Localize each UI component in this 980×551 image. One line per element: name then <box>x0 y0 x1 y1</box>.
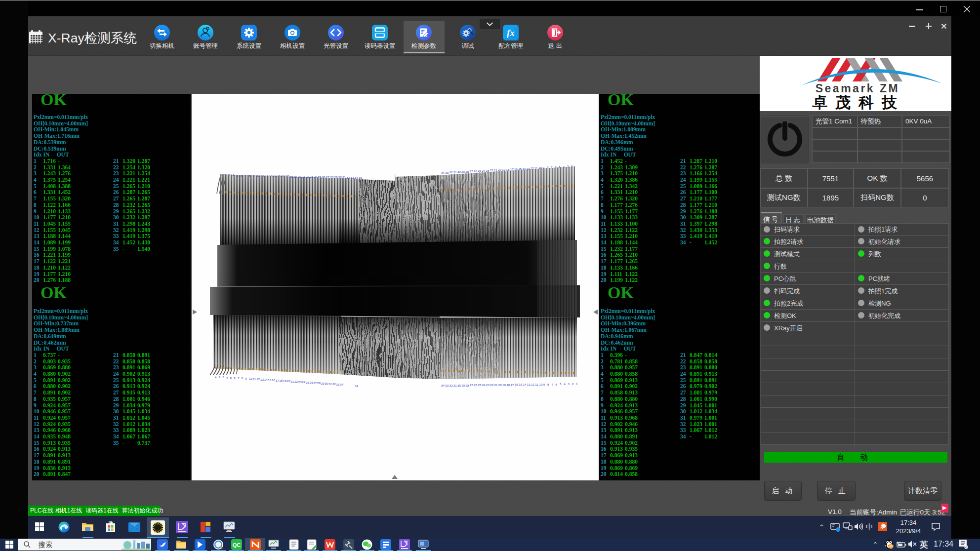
svg-text:4: 4 <box>563 165 565 168</box>
svg-text:Seamark ZM: Seamark ZM <box>816 82 900 95</box>
svg-text:28: 28 <box>330 175 333 179</box>
svg-text:12: 12 <box>265 174 269 178</box>
svg-text:4: 4 <box>233 173 235 177</box>
svg-text:15: 15 <box>268 378 271 382</box>
svg-text:6: 6 <box>234 376 236 379</box>
svg-text:28: 28 <box>317 381 321 385</box>
svg-text:4: 4 <box>564 382 566 386</box>
svg-text:9: 9 <box>543 166 545 169</box>
svg-text:1: 1 <box>220 173 222 177</box>
svg-text:32: 32 <box>449 384 453 387</box>
svg-text:5: 5 <box>560 382 562 386</box>
svg-text:10: 10 <box>249 377 252 380</box>
svg-text:fx: fx <box>507 28 515 38</box>
svg-text:3: 3 <box>222 375 224 379</box>
svg-text:2: 2 <box>224 173 226 177</box>
svg-text:11: 11 <box>534 166 538 170</box>
svg-text:14: 14 <box>522 167 526 170</box>
svg-text:9: 9 <box>245 377 247 380</box>
svg-text:30: 30 <box>325 382 328 385</box>
svg-text:30: 30 <box>457 384 461 387</box>
svg-text:8: 8 <box>242 376 244 380</box>
svg-text:6: 6 <box>241 174 243 177</box>
svg-text:3: 3 <box>229 173 231 177</box>
svg-text:19: 19 <box>283 379 286 383</box>
svg-text:20: 20 <box>287 379 290 383</box>
svg-text:25: 25 <box>318 175 322 179</box>
svg-text:18: 18 <box>506 383 510 387</box>
svg-text:26: 26 <box>322 175 326 179</box>
svg-text:10: 10 <box>539 383 543 386</box>
svg-text:8: 8 <box>249 174 251 177</box>
svg-text:1: 1 <box>215 375 217 378</box>
svg-text:21: 21 <box>494 168 497 172</box>
svg-text:34: 34 <box>340 383 343 386</box>
svg-text:24: 24 <box>314 175 317 178</box>
svg-text:25: 25 <box>478 169 481 172</box>
svg-text:31: 31 <box>453 384 457 387</box>
svg-text:18: 18 <box>289 175 293 178</box>
svg-text:6: 6 <box>555 165 557 169</box>
svg-text:2: 2 <box>572 382 574 386</box>
svg-text:33: 33 <box>445 171 449 174</box>
svg-text:26: 26 <box>310 381 313 384</box>
svg-text:23: 23 <box>298 380 302 384</box>
svg-text:12: 12 <box>256 377 260 381</box>
svg-text:27: 27 <box>313 381 317 385</box>
svg-text:22: 22 <box>490 383 493 387</box>
svg-text:15: 15 <box>519 383 522 386</box>
svg-text:QC: QC <box>233 542 241 548</box>
svg-text:19: 19 <box>293 175 297 178</box>
svg-text:26: 26 <box>474 383 477 387</box>
svg-text:13: 13 <box>527 383 531 386</box>
svg-text:24: 24 <box>482 169 485 172</box>
svg-text:2: 2 <box>571 164 573 168</box>
svg-text:1: 1 <box>576 382 578 386</box>
svg-text:25: 25 <box>478 383 482 387</box>
svg-text:11: 11 <box>535 383 538 386</box>
svg-text:28: 28 <box>465 170 469 173</box>
svg-text:33: 33 <box>336 383 339 386</box>
svg-text:29: 29 <box>461 384 465 387</box>
svg-text:7: 7 <box>238 376 240 380</box>
svg-text:31: 31 <box>453 170 457 174</box>
svg-text:20: 20 <box>298 175 301 178</box>
svg-text:21: 21 <box>302 175 305 178</box>
svg-text:14: 14 <box>273 174 277 178</box>
svg-text:18: 18 <box>279 379 283 382</box>
svg-text:7: 7 <box>551 165 553 169</box>
svg-text:34: 34 <box>441 384 445 387</box>
svg-text:25: 25 <box>306 381 309 384</box>
svg-text:20: 20 <box>498 168 501 171</box>
svg-text:22: 22 <box>490 168 493 172</box>
svg-text:21: 21 <box>494 383 498 387</box>
svg-text:33: 33 <box>351 176 354 179</box>
svg-text:12: 12 <box>531 166 534 170</box>
svg-text:24: 24 <box>482 383 486 387</box>
svg-text:32: 32 <box>449 170 452 174</box>
svg-text:22: 22 <box>294 380 298 383</box>
svg-text:29: 29 <box>334 175 338 179</box>
svg-text:16: 16 <box>282 174 285 178</box>
svg-text:27: 27 <box>326 175 329 179</box>
svg-text:19: 19 <box>502 383 506 387</box>
svg-text:17: 17 <box>511 383 514 387</box>
svg-text:17: 17 <box>286 174 289 178</box>
svg-text:21: 21 <box>290 380 294 383</box>
svg-text:10: 10 <box>257 174 260 177</box>
svg-text:5: 5 <box>237 174 239 177</box>
svg-text:32: 32 <box>332 382 336 386</box>
svg-text:31: 31 <box>342 175 346 179</box>
svg-text:11: 11 <box>253 377 256 381</box>
svg-text:16: 16 <box>515 383 518 386</box>
svg-text:30: 30 <box>338 175 342 179</box>
svg-text:34: 34 <box>441 171 445 174</box>
svg-text:30: 30 <box>457 170 461 173</box>
svg-text:12: 12 <box>531 383 534 386</box>
svg-text:19: 19 <box>502 168 505 171</box>
svg-text:34: 34 <box>355 384 358 388</box>
svg-text:18: 18 <box>506 168 510 171</box>
svg-text:29: 29 <box>461 170 465 173</box>
svg-text:10: 10 <box>538 166 542 169</box>
svg-text:27: 27 <box>470 383 473 387</box>
